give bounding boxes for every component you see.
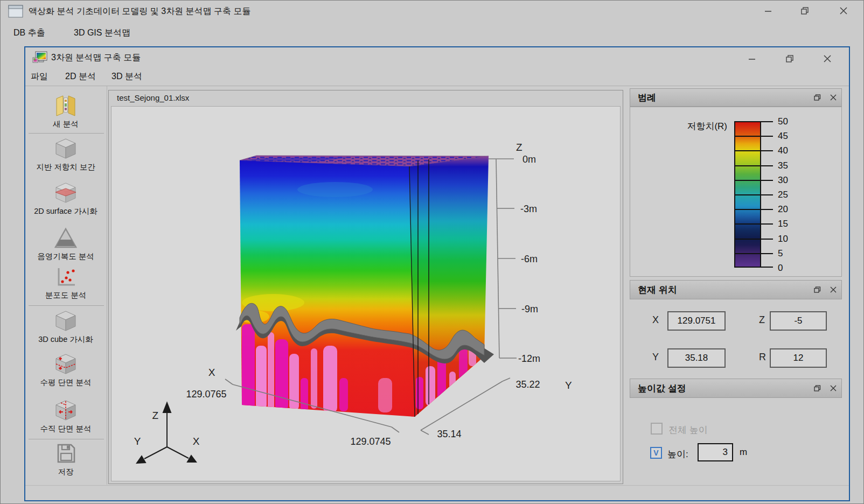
minimize-icon: [748, 55, 756, 62]
height-panel-header[interactable]: 높이값 설정: [630, 379, 842, 398]
x-tick-right: 129.0745: [350, 436, 391, 447]
height-input[interactable]: 3: [698, 443, 733, 461]
full-height-label: 전체 높이: [668, 424, 708, 436]
module-restore-button[interactable]: [781, 52, 799, 66]
toolbar-item-save[interactable]: 저장: [25, 442, 106, 477]
y-tick-far: 35.22: [515, 379, 540, 390]
toolbar-item-label: 분포도 분석: [25, 290, 106, 300]
height-label: 높이:: [667, 448, 688, 460]
x-tick-left: 129.0765: [186, 389, 226, 400]
module-window-title: 3차원 분석맵 구축 모듈: [51, 52, 141, 64]
height-checkbox[interactable]: V: [650, 447, 662, 459]
menu-3d-analysis[interactable]: 3D 분석: [112, 71, 142, 82]
app-minimize-button[interactable]: [759, 4, 777, 18]
position-x-value[interactable]: 129.0751: [667, 311, 726, 331]
full-height-checkbox[interactable]: [651, 423, 663, 435]
new-analysis-folder-icon: [25, 93, 106, 119]
position-r-label: R: [759, 352, 766, 363]
menu-3d-gis-map[interactable]: 3D GIS 분석맵: [74, 27, 130, 39]
scatter-icon: [25, 265, 106, 290]
toolbar-item-vertical-section[interactable]: 수직 단면 분석: [25, 399, 106, 434]
cube-icon: [25, 137, 106, 162]
statusbar-divider: [25, 485, 849, 486]
toolbar-divider: [107, 86, 107, 485]
toolbar-item-distribution[interactable]: 분포도 분석: [25, 265, 106, 300]
toolbar-item-new-analysis[interactable]: 새 분석: [25, 93, 106, 129]
module-close-button[interactable]: [818, 52, 837, 66]
legend-float-button[interactable]: [809, 91, 825, 104]
toolbar-separator: [29, 305, 104, 306]
triad-x-label: X: [193, 436, 200, 447]
position-panel-title: 현재 위치: [630, 284, 809, 296]
save-icon: [25, 442, 106, 467]
legend-tick: [761, 121, 773, 122]
z-tick-3m: -3m: [520, 204, 537, 214]
menu-db-extract[interactable]: DB 추출: [13, 27, 45, 39]
toolbar-item-label: 2D surface 가시화: [25, 206, 106, 216]
legend-close-button[interactable]: [825, 91, 841, 104]
toolbar-item-label: 새 분석: [25, 119, 106, 129]
orientation-triad: [137, 403, 196, 463]
toolbar-item-label: 음영기복도 분석: [25, 251, 106, 262]
z-tick-9m: -9m: [521, 304, 538, 314]
float-icon: [814, 385, 821, 391]
cube-icon: [25, 310, 106, 334]
close-icon: [830, 385, 837, 391]
close-icon: [830, 286, 837, 293]
menu-2d-analysis[interactable]: 2D 분석: [65, 71, 96, 82]
toolbar-item-label: 지반 저항치 보간: [25, 162, 106, 172]
app-title: 액상화 분석 기초데이터 모델링 및 3차원 분석맵 구축 모듈: [29, 6, 250, 17]
app-window: 액상화 분석 기초데이터 모델링 및 3차원 분석맵 구축 모듈 DB 추출 3…: [0, 0, 864, 504]
position-y-label: Y: [652, 352, 659, 363]
toolbar-item-2d-surface[interactable]: 2D surface 가시화: [25, 181, 106, 216]
legend-panel-body: 저항치(R) 50 45 40 35 30 25 20: [630, 107, 842, 277]
horizontal-section-icon: [25, 353, 106, 377]
float-icon: [814, 286, 821, 293]
z-axis-title: Z: [516, 142, 522, 153]
toolbar-item-horizontal-section[interactable]: 수평 단면 분석: [25, 353, 106, 388]
height-close-button[interactable]: [825, 382, 841, 395]
height-float-button[interactable]: [809, 382, 825, 395]
app-restore-button[interactable]: [796, 4, 814, 18]
resistivity-cube-view: Z 0m -3m -6m -9m -12m X 129.0765 129.074…: [112, 107, 620, 481]
restore-icon: [786, 55, 794, 62]
position-panel-header[interactable]: 현재 위치: [630, 280, 842, 299]
z-tick-6m: -6m: [521, 254, 538, 264]
viewport-3d[interactable]: Z 0m -3m -6m -9m -12m X 129.0765 129.074…: [111, 106, 621, 481]
app-close-button[interactable]: [834, 4, 853, 18]
toolbar-item-label: 수평 단면 분석: [25, 377, 106, 388]
cube-surface-icon: [25, 181, 106, 206]
toolbar-item-resistivity-interpolation[interactable]: 지반 저항치 보간: [25, 137, 106, 172]
position-z-label: Z: [759, 314, 765, 326]
toolbar-item-3d-cube[interactable]: 3D cube 가시화: [25, 310, 106, 345]
float-icon: [814, 94, 821, 101]
y-axis-title: Y: [565, 380, 572, 391]
height-panel-title: 높이값 설정: [630, 382, 809, 395]
height-unit-label: m: [740, 447, 747, 458]
module-minimize-button[interactable]: [743, 52, 761, 66]
toolbar-item-label: 수직 단면 분석: [25, 424, 106, 434]
legend-series-label: 저항치(R): [647, 120, 727, 132]
position-z-value[interactable]: -5: [770, 311, 827, 331]
toolbar-separator: [29, 439, 104, 439]
position-y-value[interactable]: 35.18: [667, 348, 726, 368]
position-float-button[interactable]: [809, 283, 825, 296]
legend-panel-title: 범례: [630, 92, 809, 104]
legend-panel-header[interactable]: 범례: [630, 88, 842, 107]
position-r-value[interactable]: 12: [770, 348, 827, 368]
x-axis-title: X: [208, 367, 215, 378]
toolbar-item-hillshade[interactable]: 음영기복도 분석: [25, 227, 106, 262]
minimize-icon: [764, 8, 772, 14]
close-icon: [824, 55, 831, 62]
restore-icon: [801, 7, 809, 15]
menu-file[interactable]: 파일: [31, 71, 48, 82]
toolbar-item-label: 3D cube 가시화: [25, 334, 106, 345]
legend-tick-label: 50: [778, 116, 805, 127]
triad-y-label: Y: [134, 436, 141, 447]
document-tab[interactable]: test_Sejong_01.xlsx: [117, 93, 189, 102]
menubar-divider: [25, 86, 849, 86]
z-axis-ruler: [489, 159, 517, 358]
position-close-button[interactable]: [825, 283, 841, 296]
toolbar-separator: [29, 133, 104, 134]
z-tick-12m: -12m: [518, 353, 540, 364]
